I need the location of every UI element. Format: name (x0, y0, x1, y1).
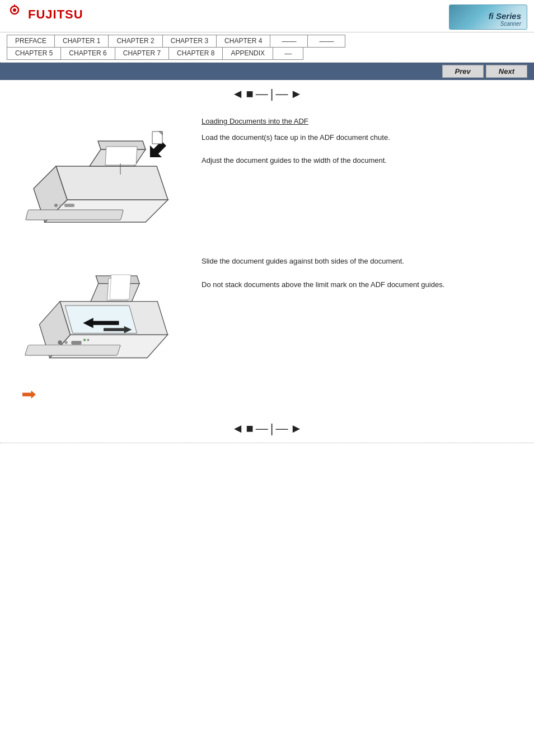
nav-tab-appendix[interactable]: APPENDIX (222, 47, 273, 60)
nav-tab-preface[interactable]: PREFACE (7, 35, 55, 48)
bottom-ctrl-block[interactable]: ■ (245, 421, 254, 436)
nav-tab-chapter2[interactable]: CHAPTER 2 (108, 35, 162, 48)
nav-tab-chapter3[interactable]: CHAPTER 3 (162, 35, 217, 48)
svg-point-29 (83, 339, 86, 341)
page-ctrl-block[interactable]: ■ (245, 87, 254, 101)
nav-dash-2: —— (307, 35, 345, 48)
scanner-illustration-2: Slide the document guides against both s… (22, 250, 512, 373)
nav-row-1: PREFACE CHAPTER 1 CHAPTER 2 CHAPTER 3 CH… (7, 35, 527, 48)
svg-point-10 (54, 204, 58, 207)
svg-marker-9 (105, 147, 137, 165)
fujitsu-logo: FUJITSU (7, 4, 83, 25)
svg-rect-25 (25, 345, 120, 355)
scanner-series-text: Scanner (500, 21, 521, 27)
fujitsu-logo-icon (7, 4, 27, 25)
nav-tab-chapter5[interactable]: CHAPTER 5 (7, 47, 61, 60)
nav-section: PREFACE CHAPTER 1 CHAPTER 2 CHAPTER 3 CH… (0, 32, 534, 60)
next-button[interactable]: Next (486, 65, 527, 78)
page-ctrl-bar[interactable]: | (269, 87, 275, 101)
svg-point-1 (13, 8, 16, 12)
scanner-svg-1 (22, 110, 185, 233)
scanner-text-area-1: Loading Documents into the ADF Load the … (185, 110, 512, 167)
svg-rect-12 (64, 204, 74, 207)
arrow-right-icon (22, 390, 36, 399)
scanner-image-1 (22, 110, 185, 233)
logo-text: FUJITSU (28, 7, 83, 22)
prev-button[interactable]: Prev (442, 65, 484, 78)
dotted-separator-bottom (0, 443, 534, 443)
nav-tab-chapter8[interactable]: CHAPTER 8 (168, 47, 223, 60)
bottom-ctrl-bar[interactable]: | (269, 421, 275, 436)
svg-point-30 (87, 339, 90, 341)
page-header: FUJITSU fi Series Scanner (0, 0, 534, 32)
svg-point-26 (58, 340, 62, 344)
prev-next-bar: Prev Next (0, 63, 534, 80)
svg-point-27 (64, 341, 68, 344)
nav-dash-3: — (273, 47, 303, 60)
svg-rect-28 (71, 341, 81, 344)
nav-row-2: CHAPTER 5 CHAPTER 6 CHAPTER 7 CHAPTER 8 … (7, 47, 527, 60)
fi-series-text: fi Series (489, 11, 521, 21)
section-link-1[interactable]: Loading Documents into the ADF (202, 116, 308, 128)
bottom-page-controls: ◄ ■ — | — ► (0, 410, 534, 440)
svg-point-11 (59, 204, 62, 206)
scanner-text-area-2: Slide the document guides against both s… (185, 250, 512, 290)
scanner-image-2 (22, 250, 185, 373)
fi-series-badge: fi Series Scanner (449, 4, 527, 30)
nav-dash-1: —— (270, 35, 308, 48)
bottom-ctrl-prev-filled[interactable]: ◄ (231, 421, 245, 436)
page-ctrl-dash1[interactable]: — (255, 87, 269, 101)
svg-marker-4 (56, 166, 168, 200)
svg-rect-6 (26, 210, 124, 220)
scanner-illustration-1: Loading Documents into the ADF Load the … (22, 110, 512, 233)
page-ctrl-dash2[interactable]: — (275, 87, 289, 101)
nav-tab-chapter1[interactable]: CHAPTER 1 (54, 35, 109, 48)
bottom-ctrl-next-filled[interactable]: ► (289, 421, 304, 436)
page-ctrl-next-filled[interactable]: ► (289, 87, 304, 101)
nav-tab-chapter7[interactable]: CHAPTER 7 (115, 47, 169, 60)
scanner-description-1: Load the document(s) face up in the ADF … (202, 132, 512, 167)
nav-tab-chapter6[interactable]: CHAPTER 6 (60, 47, 115, 60)
page-ctrl-prev-filled[interactable]: ◄ (231, 87, 245, 101)
bottom-ctrl-dash2[interactable]: — (275, 421, 289, 436)
nav-tab-chapter4[interactable]: CHAPTER 4 (216, 35, 270, 48)
content-area: Loading Documents into the ADF Load the … (0, 105, 534, 410)
svg-marker-23 (110, 275, 131, 299)
continuation-section (22, 390, 512, 399)
scanner-svg-2 (22, 250, 185, 373)
top-page-controls: ◄ ■ — | — ► (0, 80, 534, 105)
scanner-description-2: Slide the document guides against both s… (202, 256, 512, 290)
bottom-ctrl-dash1[interactable]: — (255, 421, 269, 436)
